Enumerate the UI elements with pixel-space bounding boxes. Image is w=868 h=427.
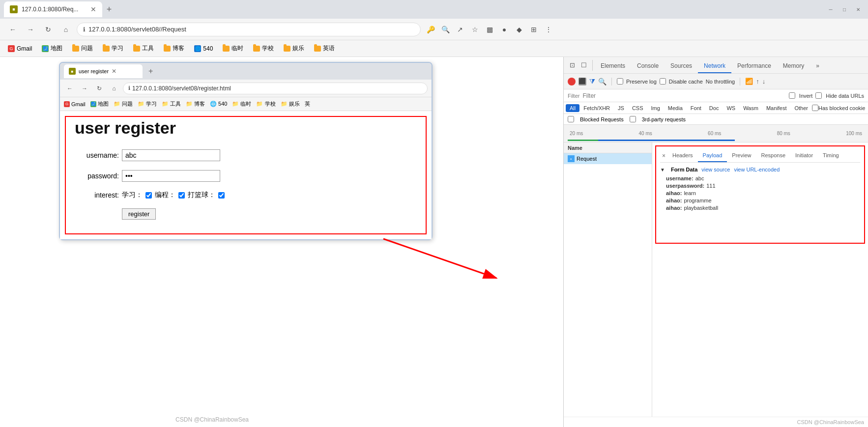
has-blocked-cookies-checkbox[interactable] xyxy=(812,105,818,111)
devtools-more-tabs[interactable]: » xyxy=(810,59,825,73)
nested-home-button[interactable]: ⌂ xyxy=(108,83,120,94)
zoom-icon[interactable]: 🔍 xyxy=(439,24,451,35)
forward-button[interactable]: → xyxy=(24,23,37,36)
type-btn-doc[interactable]: Doc xyxy=(705,104,723,112)
bookmark-tools[interactable]: 工具 xyxy=(131,43,156,54)
view-url-encoded-link[interactable]: view URL-encoded xyxy=(734,167,780,172)
detail-close-button[interactable]: × xyxy=(660,150,667,162)
nested-bm-blog[interactable]: 📁 博客 xyxy=(186,100,205,108)
type-btn-js[interactable]: JS xyxy=(614,104,628,112)
blocked-requests-checkbox[interactable] xyxy=(568,116,574,122)
detail-tab-initiator[interactable]: Initiator xyxy=(790,150,818,162)
close-window-button[interactable]: ✕ xyxy=(852,3,864,15)
extension-icon1[interactable]: ▩ xyxy=(484,24,495,35)
interest-xuexi-checkbox[interactable] xyxy=(145,192,152,199)
type-btn-css[interactable]: CSS xyxy=(628,104,647,112)
filter-input[interactable] xyxy=(582,92,785,99)
key-icon[interactable]: 🔑 xyxy=(425,24,436,35)
nested-bm-wenti[interactable]: 📁 问题 xyxy=(114,100,133,108)
search-icon[interactable]: 🔍 xyxy=(598,78,607,85)
star-icon[interactable]: ☆ xyxy=(469,24,481,35)
nested-bm-english[interactable]: 英 xyxy=(305,100,310,108)
extension-icon2[interactable]: ● xyxy=(498,24,510,35)
type-btn-font[interactable]: Font xyxy=(687,104,705,112)
username-input[interactable] xyxy=(122,149,220,161)
detail-tab-timing[interactable]: Timing xyxy=(818,150,844,162)
devtools-tab-sources[interactable]: Sources xyxy=(665,59,698,73)
bookmark-maps[interactable]: 🗾 地图 xyxy=(40,43,64,54)
back-button[interactable]: ← xyxy=(6,23,20,36)
filter-icon[interactable]: ⧩ xyxy=(589,77,595,85)
device-toolbar-icon[interactable]: ☐ xyxy=(579,60,589,71)
nested-bm-yule[interactable]: 📁 娱乐 xyxy=(281,100,300,108)
invert-checkbox[interactable] xyxy=(789,92,795,99)
hide-data-urls-checkbox[interactable] xyxy=(815,92,822,99)
type-btn-all[interactable]: All xyxy=(566,104,579,112)
nested-bm-school[interactable]: 📁 学校 xyxy=(256,100,275,108)
throttle-selector[interactable]: No throttling xyxy=(706,79,735,85)
devtools-tab-console[interactable]: Console xyxy=(631,59,665,73)
type-btn-img[interactable]: Img xyxy=(647,104,664,112)
bookmark-english[interactable]: 英语 xyxy=(312,43,337,54)
type-btn-ws[interactable]: WS xyxy=(723,104,739,112)
extension-icon4[interactable]: ⊞ xyxy=(528,24,540,35)
tab-close-button[interactable]: ✕ xyxy=(90,5,96,13)
third-party-checkbox[interactable] xyxy=(630,116,636,122)
bookmark-linshi[interactable]: 临时 xyxy=(221,43,245,54)
type-btn-manifest[interactable]: Manifest xyxy=(762,104,791,112)
reload-button[interactable]: ↻ xyxy=(41,23,55,36)
type-btn-media[interactable]: Media xyxy=(664,104,687,112)
inspect-element-icon[interactable]: ⊡ xyxy=(567,60,578,71)
minimize-button[interactable]: ─ xyxy=(825,3,837,15)
nested-url-bar[interactable]: ℹ 127.0.0.1:8080/servlet08/register.html xyxy=(123,83,428,94)
register-button[interactable]: register xyxy=(122,208,156,220)
disable-cache-checkbox[interactable] xyxy=(660,78,666,85)
bookmark-blog[interactable]: 博客 xyxy=(162,43,186,54)
detail-tab-payload[interactable]: Payload xyxy=(698,150,727,162)
bookmark-gmail[interactable]: G Gmail xyxy=(6,44,34,53)
nested-bm-study[interactable]: 📁 学习 xyxy=(138,100,157,108)
menu-button[interactable]: ⋮ xyxy=(543,24,554,35)
interest-basketball-checkbox[interactable] xyxy=(218,192,225,199)
nested-bookmark-gmail[interactable]: G Gmail xyxy=(64,101,86,107)
detail-tab-response[interactable]: Response xyxy=(756,150,790,162)
nested-bm-540[interactable]: 🌐 540 xyxy=(210,101,227,107)
share-icon[interactable]: ↗ xyxy=(454,24,466,35)
nested-forward-button[interactable]: → xyxy=(79,83,90,94)
bookmark-study[interactable]: 学习 xyxy=(101,43,125,54)
type-btn-other[interactable]: Other xyxy=(790,104,812,112)
nested-bm-linshi[interactable]: 📁 临时 xyxy=(232,100,251,108)
nested-back-button[interactable]: ← xyxy=(64,83,76,94)
wifi-icon[interactable]: 📶 xyxy=(745,78,753,85)
interest-biancheng-checkbox[interactable] xyxy=(178,192,185,199)
devtools-tab-network[interactable]: Network xyxy=(698,59,731,73)
bookmark-school[interactable]: 学校 xyxy=(251,43,276,54)
maximize-button[interactable]: □ xyxy=(839,3,850,15)
bookmark-540[interactable]: 🌐 540 xyxy=(192,44,215,53)
detail-tab-preview[interactable]: Preview xyxy=(727,150,756,162)
nested-bm-tools[interactable]: 📁 工具 xyxy=(162,100,181,108)
nested-tab-close-button[interactable]: ✕ xyxy=(112,68,116,75)
preserve-log-checkbox[interactable] xyxy=(617,78,623,85)
request-row[interactable]: ▪ Request xyxy=(564,153,652,164)
password-input[interactable] xyxy=(122,170,220,182)
expand-triangle[interactable]: ▼ xyxy=(660,167,665,172)
view-source-link[interactable]: view source xyxy=(701,167,730,172)
nested-tab-active[interactable]: ■ user register ✕ xyxy=(64,64,143,78)
bookmark-wenti[interactable]: 问题 xyxy=(70,43,95,54)
nested-bookmark-maps[interactable]: 🗾 地图 xyxy=(90,100,109,108)
home-button[interactable]: ⌂ xyxy=(59,23,73,36)
devtools-tab-memory[interactable]: Memory xyxy=(777,59,810,73)
devtools-tab-elements[interactable]: Elements xyxy=(595,59,631,73)
download-icon[interactable]: ↓ xyxy=(762,78,766,85)
upload-icon[interactable]: ↑ xyxy=(756,78,759,85)
url-bar[interactable]: ℹ 127.0.0.1:8080/servlet08//Request xyxy=(77,23,421,36)
extension-icon3[interactable]: ◆ xyxy=(513,24,525,35)
nested-new-tab-button[interactable]: + xyxy=(145,67,156,76)
new-tab-button[interactable]: + xyxy=(102,2,116,16)
clear-button[interactable]: ⬛ xyxy=(579,78,586,85)
type-btn-wasm[interactable]: Wasm xyxy=(739,104,762,112)
detail-tab-headers[interactable]: Headers xyxy=(667,150,698,162)
bookmark-yule[interactable]: 娱乐 xyxy=(282,43,306,54)
browser-tab-active[interactable]: ■ 127.0.0.1:8080/Req... ✕ xyxy=(4,1,102,17)
